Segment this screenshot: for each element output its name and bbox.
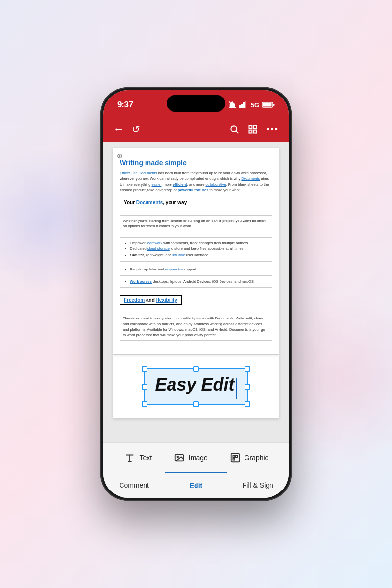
svg-rect-4 (245, 101, 246, 108)
edit-mode-tab[interactable]: Edit (165, 472, 226, 498)
doc-bottom-para: There's no need to worry about compatibi… (120, 313, 272, 341)
insert-image-item[interactable]: Image (173, 451, 208, 464)
handle-bottom-middle[interactable] (193, 401, 199, 407)
svg-rect-2 (241, 104, 243, 108)
text-cursor (236, 378, 237, 399)
text-insert-icon (123, 451, 136, 464)
insert-image-label: Image (189, 454, 208, 462)
svg-point-18 (177, 456, 178, 457)
bullet-2: Dedicated cloud storage to store and kee… (124, 246, 268, 252)
signal-icon (239, 101, 248, 108)
document-page: ⊕ Writing made simple OfficeSuite Docume… (113, 148, 279, 354)
status-icons: 5G (228, 101, 275, 109)
insert-graphic-label: Graphic (245, 454, 269, 462)
easy-edit-box[interactable]: Easy Edit (144, 368, 247, 405)
svg-rect-22 (233, 458, 235, 460)
easy-edit-container: Easy Edit (144, 368, 247, 405)
network-type: 5G (251, 101, 259, 109)
undo-button[interactable]: ↺ (132, 123, 140, 135)
handle-top-middle[interactable] (193, 366, 199, 372)
graphic-insert-icon (229, 451, 242, 464)
handle-middle-left[interactable] (142, 384, 147, 390)
insert-text-item[interactable]: Text (123, 451, 152, 464)
search-button[interactable] (229, 124, 239, 134)
bullet-group-2: Regular updates and responsive support (120, 264, 272, 276)
doc-intro: Whether you're starting from scratch or … (120, 215, 272, 232)
easy-edit-text: Easy Edit (155, 374, 234, 394)
mode-toolbar: Comment Edit Fill & Sign (103, 472, 289, 498)
svg-rect-1 (239, 105, 241, 108)
svg-rect-6 (273, 104, 275, 106)
bullet-group-1: Empower teamwork with comments, track ch… (120, 237, 272, 262)
svg-rect-21 (235, 455, 237, 457)
back-button[interactable]: ← (113, 123, 124, 136)
doc-title: Writing made simple (120, 159, 272, 167)
svg-rect-12 (249, 130, 252, 133)
freedom-title: Freedom and flexibility (120, 295, 182, 305)
crosshair-icon: ⊕ (117, 152, 122, 160)
handle-bottom-left[interactable] (142, 401, 147, 407)
battery-icon (262, 101, 275, 108)
grid-button[interactable] (248, 124, 258, 134)
bullet-5: Work across desktops, laptops, Android D… (124, 279, 268, 285)
bottom-toolbar: Text Image (103, 442, 289, 498)
section-title: Your Documents, your way (120, 198, 191, 207)
doc-paragraph-1: OfficeSuite Documents has been built fro… (120, 171, 272, 193)
status-bar: 9:37 5G (103, 90, 289, 117)
status-time: 9:37 (117, 100, 133, 110)
svg-line-9 (236, 131, 239, 134)
svg-rect-20 (233, 455, 235, 457)
phone-shell: 9:37 5G (100, 87, 292, 501)
svg-rect-11 (254, 126, 257, 129)
insert-toolbar: Text Image (103, 443, 289, 472)
app-toolbar: ← ↺ ••• (103, 117, 289, 142)
notification-icon (228, 101, 236, 109)
more-button[interactable]: ••• (267, 124, 279, 135)
svg-rect-13 (254, 130, 257, 133)
handle-bottom-right[interactable] (245, 401, 250, 407)
comment-mode-tab[interactable]: Comment (103, 472, 165, 498)
bullet-group-3: Work across desktops, laptops, Android D… (120, 276, 272, 288)
bullet-3: Familiar, lightweight, and intuitive use… (124, 252, 268, 259)
dynamic-island (167, 95, 225, 112)
text-box-area: Easy Edit (113, 355, 279, 418)
phone-screen: 9:37 5G (103, 90, 289, 498)
insert-text-label: Text (139, 454, 152, 462)
handle-top-left[interactable] (142, 366, 147, 372)
insert-graphic-item[interactable]: Graphic (229, 451, 269, 464)
fill-sign-mode-tab[interactable]: Fill & Sign (227, 472, 289, 498)
bullet-4: Regular updates and responsive support (124, 267, 268, 273)
image-insert-icon (173, 451, 186, 464)
svg-point-8 (231, 126, 237, 132)
svg-rect-3 (243, 102, 245, 108)
handle-middle-right[interactable] (245, 384, 250, 390)
svg-rect-10 (249, 126, 252, 129)
handle-top-right[interactable] (245, 366, 250, 372)
document-area[interactable]: ⊕ Writing made simple OfficeSuite Docume… (103, 142, 289, 442)
toolbar-left: ← ↺ (113, 123, 221, 136)
toolbar-right: ••• (229, 124, 279, 135)
svg-rect-7 (263, 103, 272, 107)
bullet-1: Empower teamwork with comments, track ch… (124, 240, 268, 246)
